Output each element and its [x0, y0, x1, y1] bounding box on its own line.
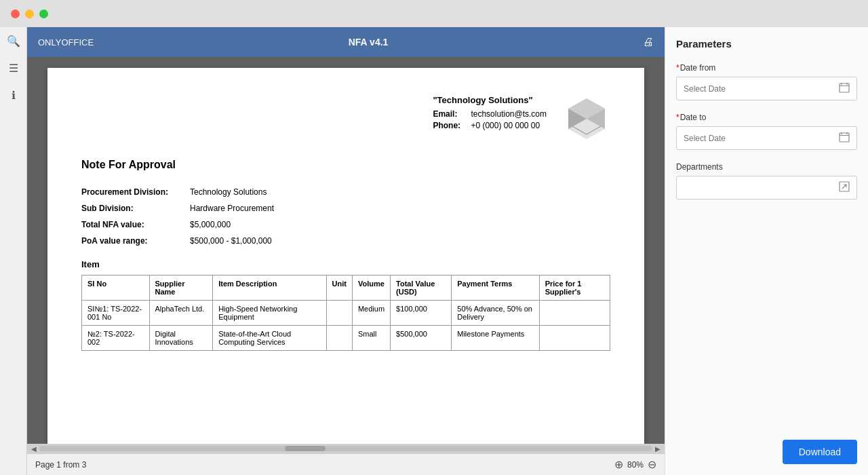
field-procurement: Procurement Division: Technology Solutio… — [81, 187, 610, 197]
download-button[interactable]: Download — [783, 440, 857, 464]
cell-payment-1: 50% Advance, 50% on Delivery — [452, 301, 539, 326]
cell-price-2 — [539, 326, 610, 351]
cell-supplier-2: Digital Innovations — [149, 326, 213, 351]
scroll-right-arrow[interactable]: ▶ — [652, 445, 663, 453]
company-info: "Technology Solutions" Email: techsoluti… — [433, 95, 547, 132]
cell-supplier-1: AlphaTech Ltd. — [149, 301, 213, 326]
search-icon[interactable]: 🔍 — [5, 33, 22, 49]
cell-unit-2 — [326, 326, 352, 351]
email-value: techsolution@ts.com — [471, 109, 547, 119]
cell-payment-2: Milestone Payments — [452, 326, 539, 351]
document-area: ONLYOFFICE NFA v4.1 🖨 "Technology Soluti… — [27, 27, 665, 475]
cell-si-1: SI№1: TS-2022-001 No — [82, 301, 150, 326]
departments-label: Departments — [676, 162, 857, 172]
date-to-section: *Date to — [676, 113, 857, 150]
date-to-calendar-icon — [832, 127, 856, 149]
close-button[interactable] — [11, 10, 20, 18]
svg-rect-5 — [840, 83, 849, 92]
note-title: Note For Approval — [81, 159, 610, 171]
date-from-label: *Date from — [676, 63, 857, 73]
col-header-payment: Payment Terms — [452, 276, 539, 301]
required-marker: * — [676, 63, 679, 73]
document-title-bar: NFA v4.1 — [349, 37, 389, 48]
bottom-bar: Page 1 from 3 ⊕ 80% ⊖ — [27, 453, 665, 475]
top-bar: ONLYOFFICE NFA v4.1 🖨 — [27, 27, 665, 57]
departments-section: Departments — [676, 162, 857, 200]
cell-unit-1 — [326, 301, 352, 326]
field-subdivision: Sub Division: Hardware Procurement — [81, 204, 610, 213]
items-table: SI No Supplier Name Item Description Uni… — [81, 275, 610, 351]
col-header-si: SI No — [82, 276, 150, 301]
field-value-procurement: Technology Solutions — [190, 187, 267, 197]
date-to-label: *Date to — [676, 113, 857, 122]
required-marker-2: * — [676, 113, 679, 122]
col-header-price: Price for 1 Supplier's — [539, 276, 610, 301]
svg-rect-9 — [840, 133, 849, 142]
brand-label: ONLYOFFICE — [38, 37, 94, 48]
document-page: "Technology Solutions" Email: techsoluti… — [47, 68, 644, 444]
company-name: "Technology Solutions" — [433, 95, 547, 105]
zoom-level: 80% — [627, 460, 644, 470]
company-email: Email: techsolution@ts.com — [433, 109, 547, 119]
field-poa-range: PoA value range: $500,000 - $1,000,000 — [81, 236, 610, 246]
departments-input-wrapper[interactable] — [676, 176, 857, 200]
info-icon[interactable]: ℹ — [5, 87, 22, 103]
cell-si-2: №2: TS-2022-002 — [82, 326, 150, 351]
company-logo — [563, 95, 610, 142]
date-to-input[interactable] — [677, 129, 832, 148]
minimize-button[interactable] — [25, 10, 34, 18]
table-row: №2: TS-2022-002 Digital Innovations Stat… — [82, 326, 610, 351]
date-to-input-wrapper[interactable] — [676, 126, 857, 150]
col-header-total-value: Total Value (USD) — [391, 276, 452, 301]
zoom-in-button[interactable]: ⊕ — [614, 458, 623, 471]
menu-icon[interactable]: ☰ — [5, 60, 22, 76]
col-header-unit: Unit — [326, 276, 352, 301]
phone-value: +0 (000) 00 000 00 — [471, 121, 540, 130]
col-header-supplier: Supplier Name — [149, 276, 213, 301]
horizontal-scrollbar[interactable]: ◀ ▶ — [27, 444, 665, 453]
field-label-subdivision: Sub Division: — [81, 204, 190, 213]
col-header-volume: Volume — [352, 276, 390, 301]
field-value-poa: $500,000 - $1,000,000 — [190, 236, 272, 246]
field-nfa-value: Total NFA value: $5,000,000 — [81, 220, 610, 229]
top-bar-actions: 🖨 — [643, 36, 654, 48]
app-container: 🔍 ☰ ℹ ONLYOFFICE NFA v4.1 🖨 "Technology … — [0, 27, 868, 475]
panel-spacer — [676, 212, 857, 440]
cell-volume-2: Small — [352, 326, 390, 351]
cell-value-1: $100,000 — [391, 301, 452, 326]
departments-link-icon[interactable] — [832, 176, 856, 199]
cell-price-1 — [539, 301, 610, 326]
date-from-input-wrapper[interactable] — [676, 77, 857, 100]
col-header-description: Item Description — [213, 276, 326, 301]
cell-desc-2: State-of-the-Art Cloud Computing Service… — [213, 326, 326, 351]
panel-title: Parameters — [676, 38, 857, 50]
departments-input[interactable] — [677, 178, 832, 197]
page-info: Page 1 from 3 — [35, 460, 86, 470]
date-from-input[interactable] — [677, 79, 832, 98]
date-from-calendar-icon — [832, 77, 856, 100]
scroll-track[interactable] — [39, 446, 652, 451]
table-header-row: SI No Supplier Name Item Description Uni… — [82, 276, 610, 301]
field-label-nfa: Total NFA value: — [81, 220, 190, 229]
left-toolbar: 🔍 ☰ ℹ — [0, 27, 27, 475]
window-chrome — [0, 0, 868, 27]
company-phone: Phone: +0 (000) 00 000 00 — [433, 121, 547, 130]
right-panel: Parameters *Date from — [665, 27, 868, 475]
cell-volume-1: Medium — [352, 301, 390, 326]
document-header: "Technology Solutions" Email: techsoluti… — [81, 95, 610, 142]
maximize-button[interactable] — [39, 10, 48, 18]
document-scroll[interactable]: "Technology Solutions" Email: techsoluti… — [27, 57, 665, 444]
table-row: SI№1: TS-2022-001 No AlphaTech Ltd. High… — [82, 301, 610, 326]
scroll-left-arrow[interactable]: ◀ — [28, 445, 39, 453]
email-label: Email: — [433, 109, 467, 119]
field-label-poa: PoA value range: — [81, 236, 190, 246]
field-value-subdivision: Hardware Procurement — [190, 204, 274, 213]
date-from-section: *Date from — [676, 63, 857, 100]
cell-desc-1: High-Speed Networking Equipment — [213, 301, 326, 326]
field-label-procurement: Procurement Division: — [81, 187, 190, 197]
zoom-out-button[interactable]: ⊖ — [648, 458, 656, 471]
cell-value-2: $500,000 — [391, 326, 452, 351]
phone-label: Phone: — [433, 121, 467, 130]
print-icon[interactable]: 🖨 — [643, 36, 654, 48]
scroll-thumb[interactable] — [285, 446, 326, 451]
